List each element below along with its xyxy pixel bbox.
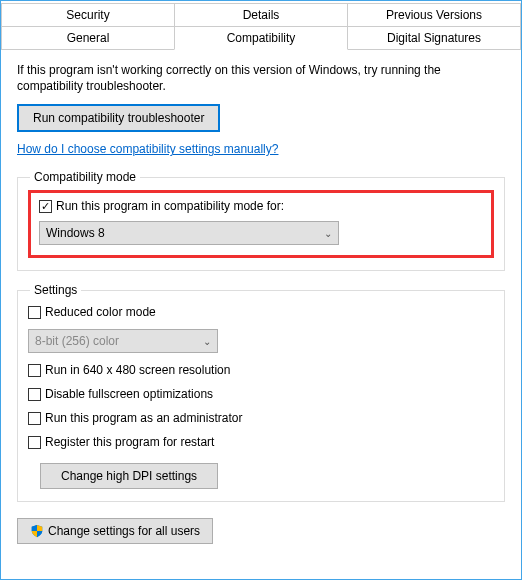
run-troubleshooter-button[interactable]: Run compatibility troubleshooter: [17, 104, 220, 132]
compat-mode-select[interactable]: Windows 8 ⌄: [39, 221, 339, 245]
resolution-checkbox[interactable]: [28, 364, 41, 377]
compat-mode-checkbox[interactable]: [39, 200, 52, 213]
color-mode-select: 8-bit (256) color ⌄: [28, 329, 218, 353]
change-all-users-label: Change settings for all users: [48, 524, 200, 538]
run-as-admin-checkbox[interactable]: [28, 412, 41, 425]
tab-details[interactable]: Details: [174, 3, 348, 27]
shield-icon: [30, 524, 44, 538]
settings-legend: Settings: [30, 283, 81, 297]
compat-mode-label: Run this program in compatibility mode f…: [56, 199, 284, 213]
change-dpi-button[interactable]: Change high DPI settings: [40, 463, 218, 489]
chevron-down-icon: ⌄: [203, 336, 211, 347]
run-as-admin-label: Run this program as an administrator: [45, 411, 242, 425]
resolution-label: Run in 640 x 480 screen resolution: [45, 363, 230, 377]
tab-compatibility[interactable]: Compatibility: [174, 26, 348, 50]
highlight-box: Run this program in compatibility mode f…: [28, 190, 494, 258]
tab-content: If this program isn't working correctly …: [1, 50, 521, 556]
change-all-users-button[interactable]: Change settings for all users: [17, 518, 213, 544]
tab-general[interactable]: General: [1, 26, 175, 50]
intro-text: If this program isn't working correctly …: [17, 62, 505, 94]
help-link[interactable]: How do I choose compatibility settings m…: [17, 142, 278, 156]
register-restart-checkbox[interactable]: [28, 436, 41, 449]
compatibility-mode-legend: Compatibility mode: [30, 170, 140, 184]
register-restart-label: Register this program for restart: [45, 435, 214, 449]
chevron-down-icon: ⌄: [324, 228, 332, 239]
settings-group: Settings Reduced color mode 8-bit (256) …: [17, 283, 505, 502]
tab-digital-signatures[interactable]: Digital Signatures: [347, 26, 521, 50]
tab-previous-versions[interactable]: Previous Versions: [347, 3, 521, 27]
tab-security[interactable]: Security: [1, 3, 175, 27]
reduced-color-checkbox[interactable]: [28, 306, 41, 319]
disable-fullscreen-checkbox[interactable]: [28, 388, 41, 401]
compat-mode-selected: Windows 8: [46, 226, 105, 240]
color-mode-selected: 8-bit (256) color: [35, 334, 119, 348]
disable-fullscreen-label: Disable fullscreen optimizations: [45, 387, 213, 401]
compatibility-mode-group: Compatibility mode Run this program in c…: [17, 170, 505, 271]
tab-strip: Security Details Previous Versions Gener…: [1, 1, 521, 50]
reduced-color-label: Reduced color mode: [45, 305, 156, 319]
